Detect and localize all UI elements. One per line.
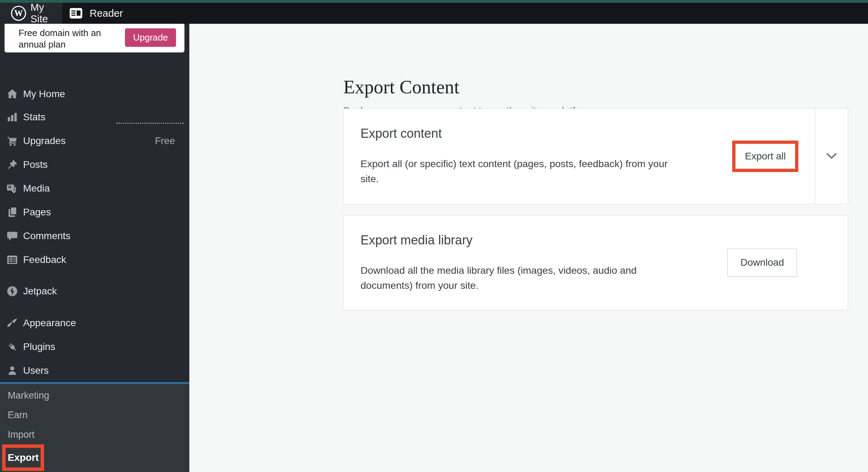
reader-label: Reader (90, 8, 123, 19)
submenu-item-earn[interactable]: Earn (8, 410, 28, 421)
export-media-heading: Export media library (360, 233, 727, 248)
sidebar-item-jetpack[interactable]: Jetpack (0, 279, 189, 303)
export-content-expand[interactable] (815, 109, 848, 204)
plug-icon (6, 341, 19, 353)
top-bar: W My Site Reader (0, 0, 868, 24)
export-media-card: Export media library Download all the me… (343, 215, 848, 310)
export-media-card-main: Export media library Download all the me… (344, 215, 727, 310)
sidebar-item-users[interactable]: Users (0, 359, 189, 382)
jetpack-icon (6, 285, 19, 298)
reader-icon (69, 8, 83, 19)
export-media-description: Download all the media library files (im… (360, 263, 682, 293)
export-annotation-box: Export (2, 444, 44, 471)
comment-icon (6, 230, 19, 242)
sidebar-item-pages[interactable]: Pages (0, 200, 189, 224)
export-content-card: Export content Export all (or specific) … (343, 108, 848, 204)
pushpin-icon (6, 158, 19, 171)
feedback-icon (6, 253, 19, 266)
tab-my-site[interactable]: W My Site (0, 3, 62, 24)
sidebar-item-media[interactable]: Media (0, 177, 189, 200)
stats-dotted-underline (117, 123, 184, 124)
user-icon (6, 364, 19, 377)
admin-sidebar: Free domain with an annual plan Upgrade … (0, 24, 189, 472)
home-icon (6, 88, 19, 100)
svg-text:W: W (14, 8, 23, 18)
pages-icon (6, 206, 19, 219)
export-media-action: Download (727, 215, 797, 310)
sidebar-item-stats[interactable]: Stats (0, 105, 189, 129)
export-content-heading: Export content (360, 126, 732, 141)
sidebar-item-my-home[interactable]: My Home (0, 82, 189, 106)
wordpress-logo-icon: W (10, 5, 27, 21)
export-content-card-main: Export content Export all (or specific) … (344, 109, 732, 204)
submenu-item-marketing[interactable]: Marketing (8, 390, 49, 401)
page-title: Export Content (343, 76, 459, 98)
top-accent-strip (0, 0, 868, 3)
tab-reader[interactable]: Reader (69, 3, 123, 24)
media-icon (6, 182, 19, 195)
export-all-button[interactable]: Export all (735, 144, 795, 169)
submenu-item-export[interactable]: Export (6, 452, 39, 463)
cart-icon (6, 135, 19, 147)
upgrades-badge: Free (155, 135, 175, 146)
main-content: Export Content Back up or move your cont… (189, 24, 868, 472)
sidebar-item-comments[interactable]: Comments (0, 224, 189, 248)
stats-icon (6, 111, 19, 123)
submenu-item-import[interactable]: Import (8, 429, 35, 440)
brush-icon (6, 317, 19, 329)
tools-submenu: Marketing Earn Import Export (0, 384, 189, 472)
sidebar-item-posts[interactable]: Posts (0, 153, 189, 177)
sidebar-item-upgrades[interactable]: Upgrades Free (0, 129, 189, 153)
sidebar-item-plugins[interactable]: Plugins (0, 335, 189, 359)
banner-text: Free domain with an annual plan (19, 27, 120, 50)
export-all-annotation-box: Export all (732, 141, 798, 172)
my-site-label: My Site (30, 2, 62, 25)
export-content-description: Export all (or specific) text content (p… (360, 156, 682, 186)
upsell-banner: Free domain with an annual plan Upgrade (5, 23, 184, 52)
upgrade-button[interactable]: Upgrade (125, 28, 176, 47)
wordpress-admin-screen: W My Site Reader Free domain with an ann… (0, 0, 868, 472)
download-button[interactable]: Download (727, 249, 797, 277)
sidebar-item-feedback[interactable]: Feedback (0, 248, 189, 272)
sidebar-item-appearance[interactable]: Appearance (0, 311, 189, 335)
export-content-action: Export all (732, 109, 798, 204)
chevron-down-icon (825, 152, 838, 161)
